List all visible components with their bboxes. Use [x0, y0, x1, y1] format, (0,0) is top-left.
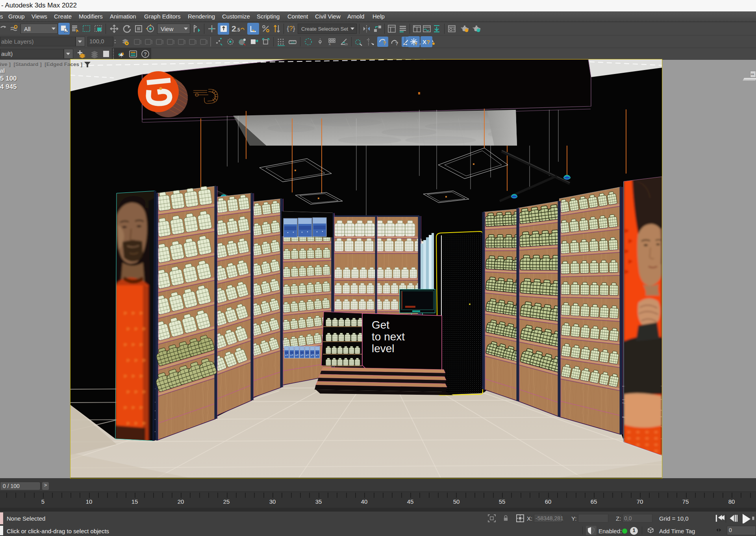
svg-text:?: ? — [144, 51, 147, 57]
svg-text:123: 123 — [291, 41, 295, 44]
svg-text:?: ? — [415, 42, 417, 46]
svg-text:A: A — [329, 43, 331, 46]
svg-text:?: ? — [383, 41, 386, 46]
svg-text:15: 15 — [345, 43, 348, 46]
svg-text:to next: to next — [372, 331, 405, 343]
svg-text:X?: X? — [422, 39, 430, 45]
svg-text:Get: Get — [372, 319, 389, 331]
svg-text:level: level — [372, 342, 395, 355]
svg-text:?: ? — [395, 41, 398, 46]
